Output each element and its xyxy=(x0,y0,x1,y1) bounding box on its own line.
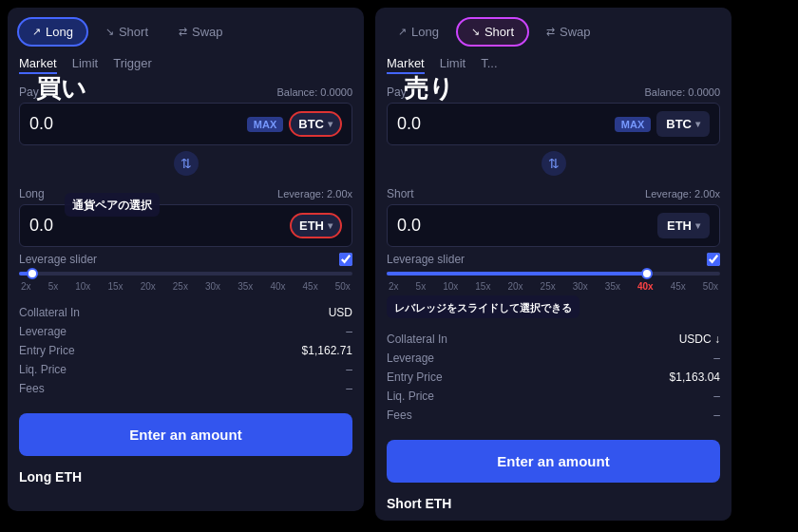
pay-token-arrow-right: ▾ xyxy=(695,119,700,129)
tab-long-label: Long xyxy=(46,25,73,39)
tick-15x-left: 15x xyxy=(107,281,123,292)
sub-tab-limit-right[interactable]: Limit xyxy=(440,56,466,74)
enter-btn-right[interactable]: Enter an amount xyxy=(387,440,720,483)
tick-35x-right: 35x xyxy=(605,281,620,292)
tick-35x-left: 35x xyxy=(238,281,253,292)
collateral-label-left: Collateral In xyxy=(19,306,80,319)
tab-short-label-left: Short xyxy=(119,25,148,39)
collateral-val-right[interactable]: USDC ↓ xyxy=(679,332,720,346)
tick-25x-right: 25x xyxy=(541,281,556,292)
pay-token-arrow-left: ▾ xyxy=(328,119,332,129)
leverage-row-label-right: Leverage xyxy=(387,352,434,365)
enter-btn-left[interactable]: Enter an amount xyxy=(19,413,352,456)
position-label-right: Short xyxy=(387,187,414,200)
position-label-left: Long xyxy=(19,187,45,200)
pay-max-btn-right[interactable]: MAX xyxy=(615,117,651,132)
pay-token-select-right[interactable]: BTC ▾ xyxy=(656,111,710,137)
tab-short-label-right: Short xyxy=(484,25,514,39)
swap-direction-btn-left[interactable]: ⇅ xyxy=(174,151,199,176)
swap-btn-row-right: ⇅ xyxy=(375,151,732,176)
pay-section-right: Pay Balance: 0.0000 0.0 MAX BTC ▾ xyxy=(375,80,732,145)
left-tabs: ↗ Long ↘ Short ⇄ Swap xyxy=(8,8,364,47)
right-panel: ↗ Long ↘ Short ⇄ Swap 売り Market Limit T.… xyxy=(375,8,732,521)
short-section-right: Short Leverage: 2.00x 0.0 ETH ▾ xyxy=(375,181,732,247)
long-section-left: Long Leverage: 2.00x 0.0 ETH ▾ xyxy=(8,181,364,247)
tick-2x-left: 2x xyxy=(21,281,31,292)
tab-swap-right[interactable]: ⇄ Swap xyxy=(533,17,604,47)
liq-price-label-right: Liq. Price xyxy=(387,390,434,403)
sub-tab-limit-left[interactable]: Limit xyxy=(72,56,98,74)
slider-track-left[interactable] xyxy=(19,272,352,276)
left-panel: ↗ Long ↘ Short ⇄ Swap 買い Market Limit Tr… xyxy=(8,8,364,511)
entry-price-label-right: Entry Price xyxy=(387,370,443,384)
info-section-right: Collateral In USDC ↓ Leverage – Entry Pr… xyxy=(375,324,732,430)
slider-track-right[interactable] xyxy=(387,272,720,276)
swap-direction-btn-right[interactable]: ⇅ xyxy=(542,151,566,176)
pay-token-select-left[interactable]: BTC ▾ xyxy=(289,111,342,137)
info-section-left: Collateral In USD Leverage – Entry Price… xyxy=(8,297,364,404)
pay-label-right: Pay xyxy=(387,86,407,99)
sub-tab-market-right[interactable]: Market xyxy=(387,56,425,74)
tick-45x-right: 45x xyxy=(671,281,686,292)
liq-price-label-left: Liq. Price xyxy=(19,363,66,376)
pay-balance-right: Balance: 0.0000 xyxy=(644,86,720,98)
leverage-row-val-left: – xyxy=(346,325,352,338)
swap-btn-row-left: ⇅ 通貨ペアの選択 xyxy=(8,151,364,176)
leverage-slider-checkbox-left[interactable] xyxy=(339,253,352,266)
pay-token-label-left: BTC xyxy=(298,117,324,131)
tick-30x-right: 30x xyxy=(573,281,588,292)
short-icon-left: ↘ xyxy=(105,26,114,38)
position-token-select-left[interactable]: ETH ▾ xyxy=(290,213,342,238)
slider-ticks-left: 2x 5x 10x 15x 20x 25x 30x 35x 40x 45x 50… xyxy=(19,281,352,292)
tab-short-left[interactable]: ↘ Short xyxy=(92,17,162,47)
swap-icon-left: ⇄ xyxy=(179,26,187,38)
entry-price-label-left: Entry Price xyxy=(19,344,75,357)
tab-swap-label-right: Swap xyxy=(560,25,591,39)
position-input-row-right: 0.0 ETH ▾ xyxy=(387,204,720,247)
position-token-label-left: ETH xyxy=(299,218,324,233)
leverage-slider-checkbox-right[interactable] xyxy=(707,253,720,266)
bottom-label-right: Short ETH xyxy=(375,488,732,511)
pay-max-btn-left[interactable]: MAX xyxy=(247,117,283,132)
short-icon-right: ↘ xyxy=(471,26,480,38)
tick-2x-right: 2x xyxy=(389,281,399,292)
entry-price-val-left: $1,162.71 xyxy=(302,344,352,357)
entry-price-val-right: $1,163.04 xyxy=(670,370,720,384)
tick-25x-left: 25x xyxy=(173,281,188,292)
tab-swap-label-left: Swap xyxy=(192,25,223,39)
tab-swap-left[interactable]: ⇄ Swap xyxy=(165,17,237,47)
pay-value-left[interactable]: 0.0 xyxy=(29,114,247,134)
pay-section-left: Pay Balance: 0.0000 0.0 MAX BTC ▾ xyxy=(8,80,364,145)
long-icon: ↗ xyxy=(32,26,41,38)
slider-fill-right xyxy=(387,272,647,276)
position-token-select-right[interactable]: ETH ▾ xyxy=(657,213,710,238)
position-value-left[interactable]: 0.0 xyxy=(29,216,290,236)
tick-45x-left: 45x xyxy=(303,281,318,292)
position-token-label-right: ETH xyxy=(667,218,692,233)
tick-10x-right: 10x xyxy=(443,281,458,292)
tick-20x-right: 20x xyxy=(507,281,522,292)
position-value-right[interactable]: 0.0 xyxy=(397,216,657,236)
pay-label-left: Pay xyxy=(19,86,39,99)
fees-val-right: – xyxy=(713,408,720,422)
tab-long-right[interactable]: ↗ Long xyxy=(385,17,452,47)
tick-10x-left: 10x xyxy=(75,281,90,292)
tab-short-right[interactable]: ↘ Short xyxy=(456,17,529,47)
collateral-label-right: Collateral In xyxy=(387,332,447,346)
pay-token-label-right: BTC xyxy=(666,117,692,131)
collateral-val-left: USD xyxy=(329,306,352,319)
tick-5x-right: 5x xyxy=(416,281,427,292)
slider-thumb-left xyxy=(27,268,38,279)
position-input-row-left: 0.0 ETH ▾ xyxy=(19,204,352,247)
fees-label-left: Fees xyxy=(19,382,45,395)
sub-tab-trigger-left[interactable]: Trigger xyxy=(113,56,152,74)
long-icon-right: ↗ xyxy=(398,26,407,38)
leverage-slider-section-left: Leverage slider 2x 5x 10x 15x 20x 25x 30… xyxy=(8,247,364,297)
sub-tab-trigger-right[interactable]: T... xyxy=(481,56,497,74)
pay-value-right[interactable]: 0.0 xyxy=(397,114,615,134)
sub-tab-market-left[interactable]: Market xyxy=(19,56,57,74)
liq-price-val-right: – xyxy=(713,390,720,403)
leverage-slider-label-right: Leverage slider xyxy=(387,253,465,266)
position-token-arrow-left: ▾ xyxy=(328,220,332,231)
tab-long-left[interactable]: ↗ Long xyxy=(17,17,88,47)
